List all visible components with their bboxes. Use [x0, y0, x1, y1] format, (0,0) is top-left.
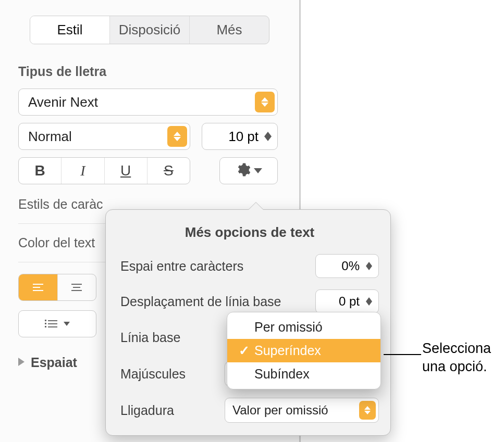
- baseline-shift-field[interactable]: 0 pt: [315, 289, 379, 313]
- italic-button[interactable]: I: [62, 158, 104, 184]
- font-size-value: 10 pt: [202, 129, 262, 145]
- baseline-option-default[interactable]: ✓ Per omissió: [227, 315, 380, 339]
- checkmark-icon: ✓: [238, 320, 250, 335]
- menu-item-label: Subíndex: [254, 367, 310, 382]
- character-spacing-label: Espai entre caràcters: [120, 259, 243, 274]
- align-center-button[interactable]: [58, 274, 96, 300]
- spacing-label: Espaiat: [31, 355, 77, 370]
- callout-leader-line: [384, 354, 421, 355]
- bius-group: B I U S: [18, 157, 190, 184]
- align-left-button[interactable]: [19, 274, 58, 300]
- chevron-right-icon: [18, 358, 24, 368]
- format-tabs: Estil Disposició Més: [30, 16, 269, 44]
- baseline-option-subscript[interactable]: ✓ Subíndex: [227, 362, 380, 386]
- strikethrough-button[interactable]: S: [147, 158, 190, 184]
- ligature-row: Lligadura Valor per omissió: [120, 398, 379, 423]
- tab-style[interactable]: Estil: [30, 16, 110, 44]
- list-icon: [45, 319, 60, 329]
- font-family-popup[interactable]: Avenir Next: [18, 89, 278, 116]
- checkmark-icon: ✓: [238, 367, 250, 382]
- font-size-stepper[interactable]: [262, 132, 274, 141]
- caps-label: Majúscules: [120, 367, 186, 382]
- baseline-shift-row: Desplaçament de línia base 0 pt: [120, 289, 379, 313]
- font-size-field[interactable]: 10 pt: [202, 123, 278, 150]
- gear-icon: [235, 162, 251, 180]
- baseline-label: Línia base: [120, 330, 180, 345]
- updown-arrows-icon: [167, 126, 187, 147]
- ligature-value: Valor per omissió: [232, 403, 359, 418]
- font-weight-value: Normal: [28, 129, 167, 145]
- alignment-group: [18, 274, 96, 301]
- character-spacing-stepper[interactable]: [363, 262, 375, 270]
- font-family-value: Avenir Next: [28, 94, 255, 110]
- updown-arrows-icon: [255, 92, 275, 112]
- baseline-menu: ✓ Per omissió ✓ Superíndex ✓ Subíndex: [227, 312, 381, 389]
- baseline-shift-label: Desplaçament de línia base: [120, 294, 281, 309]
- baseline-shift-value: 0 pt: [316, 294, 363, 309]
- ligature-label: Lligadura: [120, 403, 174, 418]
- character-spacing-value: 0%: [316, 259, 363, 273]
- updown-arrows-icon: [359, 401, 376, 420]
- advanced-text-options-button[interactable]: [219, 157, 278, 184]
- chevron-down-icon: [64, 322, 70, 326]
- font-weight-popup[interactable]: Normal: [18, 123, 190, 150]
- text-style-row: B I U S: [18, 157, 278, 184]
- callout-line1: Selecciona: [422, 340, 491, 356]
- tab-layout[interactable]: Disposició: [110, 16, 190, 44]
- bold-button[interactable]: B: [19, 158, 62, 184]
- menu-item-label: Superíndex: [254, 343, 321, 358]
- baseline-option-superscript[interactable]: ✓ Superíndex: [227, 339, 380, 362]
- character-spacing-field[interactable]: 0%: [315, 254, 379, 278]
- underline-button[interactable]: U: [105, 158, 147, 184]
- menu-item-label: Per omissió: [254, 320, 323, 335]
- character-spacing-row: Espai entre caràcters 0%: [120, 254, 379, 278]
- list-style-button[interactable]: [18, 310, 96, 337]
- callout-text: Selecciona una opció.: [422, 339, 491, 376]
- font-section-title: Tipus de lletra: [18, 64, 281, 79]
- popover-title: Més opcions de text: [120, 224, 379, 241]
- ligature-popup[interactable]: Valor per omissió: [225, 398, 379, 423]
- tab-more[interactable]: Més: [190, 16, 269, 44]
- chevron-down-icon: [254, 166, 262, 175]
- checkmark-icon: ✓: [238, 343, 250, 358]
- font-style-size-row: Normal 10 pt: [18, 123, 278, 150]
- callout-line2: una opció.: [422, 359, 487, 374]
- baseline-shift-stepper[interactable]: [363, 297, 375, 306]
